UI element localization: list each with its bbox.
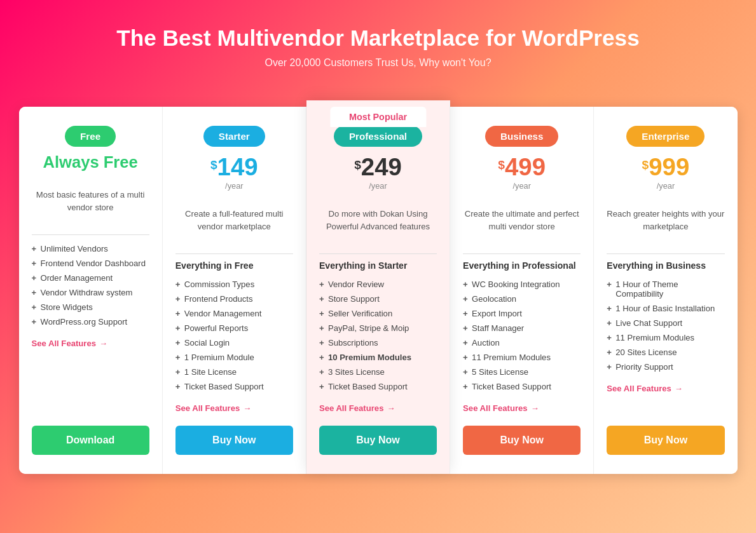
feature-item: Seller Verification: [319, 306, 437, 321]
feature-item: Store Widgets: [32, 300, 149, 314]
feature-item: Subscriptions: [319, 335, 437, 350]
feature-item: 1 Site License: [175, 365, 293, 379]
feature-item: Staff Manager: [463, 321, 581, 335]
cta-button-professional[interactable]: Buy Now: [319, 426, 437, 455]
feature-item: 20 Sites License: [607, 345, 724, 360]
feature-item: Commission Types: [175, 277, 293, 292]
plan-badge-professional: Professional: [334, 126, 422, 147]
feature-item: 11 Premium Modules: [463, 350, 581, 365]
plan-desc-professional: Do more with Dokan Using Powerful Advanc…: [319, 208, 437, 240]
see-all-features-business[interactable]: See AIl Features: [463, 403, 581, 413]
plan-card-free: Free Always Free Most basic features of …: [19, 107, 163, 474]
cta-button-free[interactable]: Download: [32, 426, 149, 455]
feature-item: Powerful Reports: [175, 321, 293, 335]
features-list-enterprise: 1 Hour of Theme Compatibility1 Hour of B…: [607, 277, 724, 374]
plan-badge-starter: Starter: [203, 126, 265, 147]
plan-price-enterprise: $999: [607, 153, 724, 181]
plan-price-professional: $249: [319, 153, 437, 181]
feature-item: Frontend Products: [175, 292, 293, 306]
plan-desc-business: Create the ultimate and perfect multi ve…: [463, 208, 581, 240]
feature-item: Ticket Based Support: [463, 379, 581, 394]
features-title-starter: Everything in Free: [175, 260, 293, 271]
feature-item: 10 Premium Modules: [319, 350, 437, 365]
most-popular-badge: Most Popular: [330, 107, 426, 127]
plan-badge-free: Free: [65, 126, 116, 147]
see-all-features-free[interactable]: See All Features: [32, 339, 149, 348]
plan-header-free: Free Always Free: [32, 126, 149, 172]
cta-button-starter[interactable]: Buy Now: [175, 426, 293, 455]
plan-desc-free: Most basic features of a multi vendor st…: [32, 189, 149, 220]
feature-item: Order Management: [32, 271, 149, 285]
feature-item: Frontend Vendor Dashboard: [32, 256, 149, 271]
plan-card-business: Business $499/year Create the ultimate a…: [450, 107, 594, 474]
plan-card-professional: Professional $249/year Do more with Doka…: [306, 100, 450, 474]
plan-card-enterprise: Enterprise $999/year Reach greater heigh…: [594, 107, 737, 474]
plan-period-professional: /year: [319, 181, 437, 191]
feature-item: Social Login: [175, 335, 293, 350]
plan-desc-starter: Create a full-featured multi vendor mark…: [175, 208, 293, 240]
plan-price-starter: $149: [175, 153, 293, 181]
feature-item: WordPress.org Support: [32, 314, 149, 329]
features-list-starter: Commission TypesFrontend ProductsVendor …: [175, 277, 293, 394]
feature-item: Priority Support: [607, 360, 724, 374]
plan-price-business: $499: [463, 153, 581, 181]
feature-item: Ticket Based Support: [319, 379, 437, 394]
plan-card-starter: Starter $149/year Create a full-featured…: [163, 107, 306, 474]
features-list-professional: Vendor ReviewStore SupportSeller Verific…: [319, 277, 437, 394]
feature-item: Vendor Review: [319, 277, 437, 292]
feature-item: 5 Sites License: [463, 365, 581, 379]
plan-header-enterprise: Enterprise $999/year: [607, 126, 724, 191]
features-list-business: WC Booking IntegrationGeolocationExport …: [463, 277, 581, 394]
see-all-features-starter[interactable]: See All Features: [175, 403, 293, 413]
feature-item: Vendor Withdraw system: [32, 285, 149, 300]
feature-item: 3 Sites License: [319, 365, 437, 379]
feature-item: Ticket Based Support: [175, 379, 293, 394]
feature-item: Geolocation: [463, 292, 581, 306]
plan-badge-business: Business: [485, 126, 559, 147]
feature-item: Live Chat Support: [607, 316, 724, 330]
see-all-features-professional[interactable]: See AII Features: [319, 403, 437, 413]
see-all-features-enterprise[interactable]: See AIl Features: [607, 384, 724, 393]
plan-header-professional: Professional $249/year: [319, 126, 437, 191]
features-title-enterprise: Everything in Business: [607, 260, 724, 271]
cta-button-business[interactable]: Buy Now: [463, 426, 581, 455]
feature-item: PayPal, Stripe & Moip: [319, 321, 437, 335]
features-list-free: Unlimited VendorsFrontend Vendor Dashboa…: [32, 241, 149, 329]
feature-item: Store Support: [319, 292, 437, 306]
hero-subtitle: Over 20,000 Customers Trust Us, Why won'…: [13, 57, 743, 69]
pricing-cards: Free Always Free Most basic features of …: [19, 107, 738, 474]
plan-badge-enterprise: Enterprise: [626, 126, 704, 147]
plan-period-business: /year: [463, 181, 581, 191]
feature-item: Unlimited Vendors: [32, 241, 149, 256]
feature-item: 1 Premium Module: [175, 350, 293, 365]
plan-header-starter: Starter $149/year: [175, 126, 293, 191]
features-title-professional: Everything in Starter: [319, 260, 437, 271]
features-title-business: Everything in Professional: [463, 260, 581, 271]
hero-title: The Best Multivendor Marketplace for Wor…: [13, 25, 743, 51]
feature-item: 1 Hour of Basic Installation: [607, 301, 724, 316]
plan-header-business: Business $499/year: [463, 126, 581, 191]
feature-item: Vendor Management: [175, 306, 293, 321]
cta-button-enterprise[interactable]: Buy Now: [607, 426, 724, 455]
feature-item: Export Import: [463, 306, 581, 321]
plan-desc-enterprise: Reach greater heights with your marketpl…: [607, 208, 724, 240]
feature-item: WC Booking Integration: [463, 277, 581, 292]
plan-period-starter: /year: [175, 181, 293, 191]
feature-item: 11 Premium Modules: [607, 330, 724, 345]
plan-price-free: Always Free: [32, 153, 149, 172]
feature-item: Auction: [463, 335, 581, 350]
plan-period-enterprise: /year: [607, 181, 724, 191]
feature-item: 1 Hour of Theme Compatibility: [607, 277, 724, 301]
